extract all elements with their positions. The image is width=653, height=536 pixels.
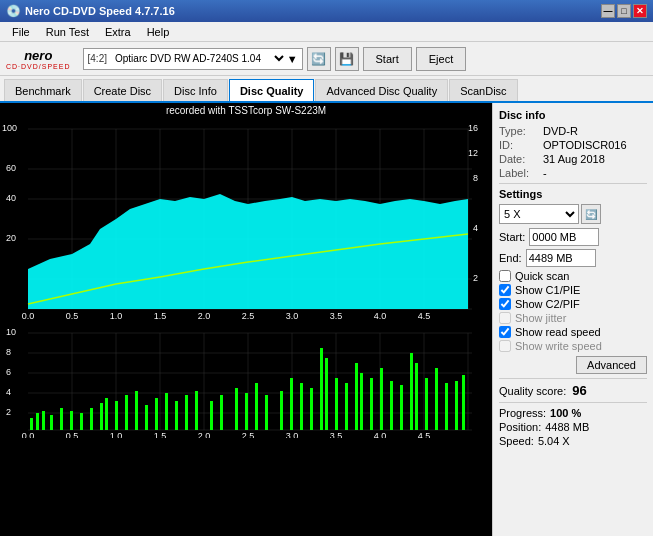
drive-dropdown[interactable]: Optiarc DVD RW AD-7240S 1.04	[111, 52, 287, 65]
svg-text:2.0: 2.0	[198, 311, 211, 319]
svg-rect-67	[115, 401, 118, 430]
svg-text:3.0: 3.0	[286, 311, 299, 319]
position-row: Position: 4488 MB	[499, 421, 647, 433]
show-read-speed-label: Show read speed	[515, 326, 601, 338]
disc-label-label: Label:	[499, 167, 539, 179]
svg-text:0.0: 0.0	[22, 311, 35, 319]
menu-file[interactable]: File	[4, 24, 38, 40]
svg-rect-90	[355, 363, 358, 430]
show-jitter-label: Show jitter	[515, 312, 566, 324]
speed-setting-row: 5 X 🔄	[499, 204, 647, 224]
show-c1-checkbox[interactable]	[499, 284, 511, 296]
drive-selector[interactable]: [4:2] Optiarc DVD RW AD-7240S 1.04 ▼	[83, 48, 303, 70]
show-jitter-row: Show jitter	[499, 312, 647, 324]
settings-refresh-btn[interactable]: 🔄	[581, 204, 601, 224]
tab-disc-info[interactable]: Disc Info	[163, 79, 228, 101]
svg-text:3.0: 3.0	[286, 431, 299, 438]
speed-value: 5.04 X	[538, 435, 570, 447]
chart-area: recorded with TSSTcorp SW-S223M 16 12 8 …	[0, 103, 493, 536]
svg-rect-73	[175, 401, 178, 430]
save-icon-btn[interactable]: 💾	[335, 47, 359, 71]
menu-extra[interactable]: Extra	[97, 24, 139, 40]
progress-value: 100 %	[550, 407, 581, 419]
show-c2-label: Show C2/PIF	[515, 298, 580, 310]
svg-text:60: 60	[6, 163, 16, 173]
toolbar: nero CD·DVD/SPEED [4:2] Optiarc DVD RW A…	[0, 42, 653, 76]
logo: nero CD·DVD/SPEED	[6, 48, 71, 70]
svg-rect-91	[360, 373, 363, 430]
svg-rect-101	[455, 381, 458, 430]
svg-rect-84	[300, 383, 303, 430]
app-title: Nero CD-DVD Speed 4.7.7.16	[25, 5, 175, 17]
svg-rect-75	[195, 391, 198, 430]
disc-date-row: Date: 31 Aug 2018	[499, 153, 647, 165]
advanced-button[interactable]: Advanced	[576, 356, 647, 374]
tab-create-disc[interactable]: Create Disc	[83, 79, 162, 101]
svg-text:2: 2	[473, 273, 478, 283]
menu-help[interactable]: Help	[139, 24, 178, 40]
svg-text:1.0: 1.0	[110, 311, 123, 319]
quick-scan-checkbox[interactable]	[499, 270, 511, 282]
tab-benchmark[interactable]: Benchmark	[4, 79, 82, 101]
svg-rect-64	[90, 408, 93, 430]
speed-select[interactable]: 5 X	[499, 204, 579, 224]
disc-id-label: ID:	[499, 139, 539, 151]
end-input[interactable]	[526, 249, 596, 267]
svg-rect-92	[370, 378, 373, 430]
show-c2-checkbox[interactable]	[499, 298, 511, 310]
minimize-btn[interactable]: —	[601, 4, 615, 18]
svg-text:2.5: 2.5	[242, 311, 255, 319]
svg-text:4.5: 4.5	[418, 311, 431, 319]
svg-rect-82	[280, 391, 283, 430]
svg-text:4.0: 4.0	[374, 311, 387, 319]
svg-text:2.0: 2.0	[198, 431, 211, 438]
svg-rect-66	[105, 398, 108, 430]
show-read-speed-checkbox[interactable]	[499, 326, 511, 338]
speed-row: Speed: 5.04 X	[499, 435, 647, 447]
svg-rect-60	[50, 415, 53, 430]
svg-text:40: 40	[6, 193, 16, 203]
svg-text:4: 4	[6, 387, 11, 397]
svg-rect-59	[42, 411, 45, 430]
svg-rect-88	[335, 378, 338, 430]
svg-text:1.5: 1.5	[154, 431, 167, 438]
svg-rect-71	[155, 398, 158, 430]
close-btn[interactable]: ✕	[633, 4, 647, 18]
disc-type-value: DVD-R	[543, 125, 578, 137]
eject-button[interactable]: Eject	[416, 47, 466, 71]
tab-scandisc[interactable]: ScanDisc	[449, 79, 517, 101]
drive-index: [4:2]	[88, 53, 107, 64]
svg-text:8: 8	[473, 173, 478, 183]
quick-scan-label: Quick scan	[515, 270, 569, 282]
tabs-bar: Benchmark Create Disc Disc Info Disc Qua…	[0, 76, 653, 103]
disc-label-row: Label: -	[499, 167, 647, 179]
quality-score-row: Quality score: 96	[499, 383, 647, 398]
svg-text:100: 100	[2, 123, 17, 133]
svg-rect-87	[325, 358, 328, 430]
end-label: End:	[499, 252, 522, 264]
svg-text:8: 8	[6, 347, 11, 357]
divider-1	[499, 183, 647, 184]
svg-rect-94	[390, 381, 393, 430]
svg-rect-79	[245, 393, 248, 430]
tab-disc-quality[interactable]: Disc Quality	[229, 79, 315, 101]
bottom-chart: 10 8 6 4 2	[0, 323, 492, 536]
progress-row: Progress: 100 %	[499, 407, 647, 419]
divider-2	[499, 378, 647, 379]
start-button[interactable]: Start	[363, 47, 412, 71]
svg-rect-63	[80, 413, 83, 430]
start-input[interactable]	[529, 228, 599, 246]
refresh-icon-btn[interactable]: 🔄	[307, 47, 331, 71]
show-jitter-checkbox	[499, 312, 511, 324]
restore-btn[interactable]: □	[617, 4, 631, 18]
title-bar: 💿 Nero CD-DVD Speed 4.7.7.16 — □ ✕	[0, 0, 653, 22]
tab-advanced-disc-quality[interactable]: Advanced Disc Quality	[315, 79, 448, 101]
quality-score-value: 96	[572, 383, 586, 398]
svg-rect-99	[435, 368, 438, 430]
main-content: recorded with TSSTcorp SW-S223M 16 12 8 …	[0, 103, 653, 536]
svg-text:12: 12	[468, 148, 478, 158]
svg-text:3.5: 3.5	[330, 311, 343, 319]
svg-text:1.0: 1.0	[110, 431, 123, 438]
start-mb-row: Start:	[499, 228, 647, 246]
menu-run-test[interactable]: Run Test	[38, 24, 97, 40]
